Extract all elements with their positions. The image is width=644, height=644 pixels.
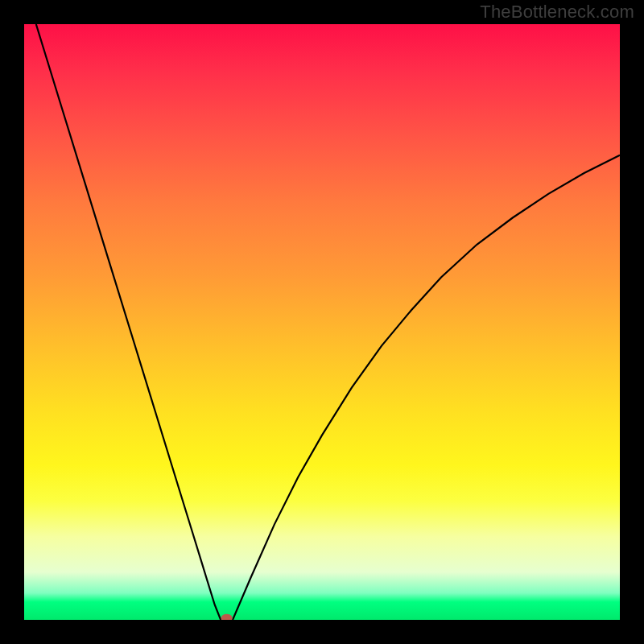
- curve-left: [36, 24, 221, 620]
- watermark-text: TheBottleneck.com: [480, 2, 634, 23]
- curve-right: [233, 155, 620, 620]
- curve-group: [36, 24, 620, 620]
- plot-area: [24, 24, 620, 620]
- chart-frame: TheBottleneck.com: [0, 0, 644, 644]
- chart-svg: [24, 24, 620, 620]
- min-point-marker: [221, 614, 233, 620]
